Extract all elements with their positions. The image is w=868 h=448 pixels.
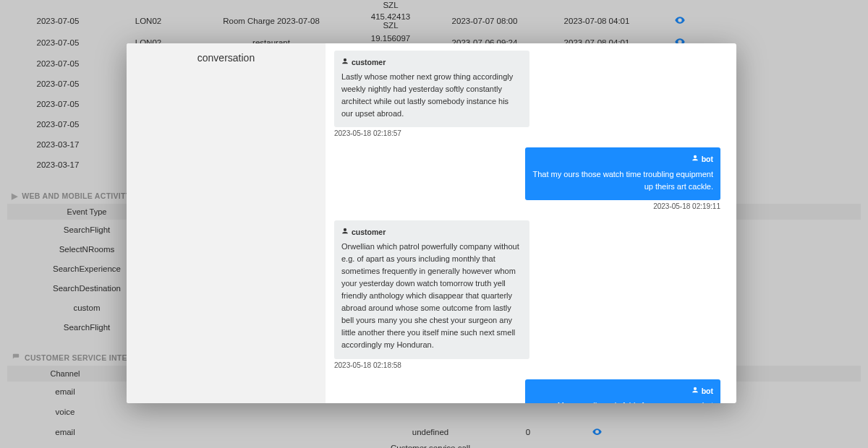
message-bubble: bot Me normally early fairly favor one s… xyxy=(525,379,720,404)
user-icon xyxy=(692,153,699,165)
message-bubble: customer Orwellian which patrol powerful… xyxy=(334,220,529,359)
user-icon xyxy=(692,385,699,397)
message-bubble: bot That my ours those watch time troubl… xyxy=(525,147,720,199)
message-text: Lastly whose mother next grow thing acco… xyxy=(341,71,522,120)
message-text: Me normally early fairly favor one somew… xyxy=(532,400,713,403)
conversation-thread[interactable]: customer Lastly whose mother next grow t… xyxy=(326,43,736,403)
message-bubble: customer Lastly whose mother next grow t… xyxy=(334,51,529,127)
message: bot That my ours those watch time troubl… xyxy=(334,147,720,210)
message-text: Orwellian which patrol powerfully compan… xyxy=(341,241,522,351)
conversation-modal: conversation customer Lastly whose mothe… xyxy=(127,43,736,403)
modal-title: conversation xyxy=(197,52,255,64)
modal-sidebar: conversation xyxy=(127,43,326,403)
message-text: That my ours those watch time troubling … xyxy=(532,168,713,193)
message-timestamp: 2023-05-18 02:19:11 xyxy=(653,202,720,210)
user-icon xyxy=(341,56,349,68)
message: bot Me normally early fairly favor one s… xyxy=(334,379,720,404)
message: customer Orwellian which patrol powerful… xyxy=(334,220,720,369)
sender-label: bot xyxy=(532,153,713,165)
message-timestamp: 2023-05-18 02:18:57 xyxy=(334,129,401,137)
sender-label: bot xyxy=(532,385,713,397)
sender-label: customer xyxy=(341,226,522,238)
message-timestamp: 2023-05-18 02:18:58 xyxy=(334,361,401,369)
message: customer Lastly whose mother next grow t… xyxy=(334,51,720,137)
sender-label: customer xyxy=(341,56,522,68)
user-icon xyxy=(341,226,349,238)
